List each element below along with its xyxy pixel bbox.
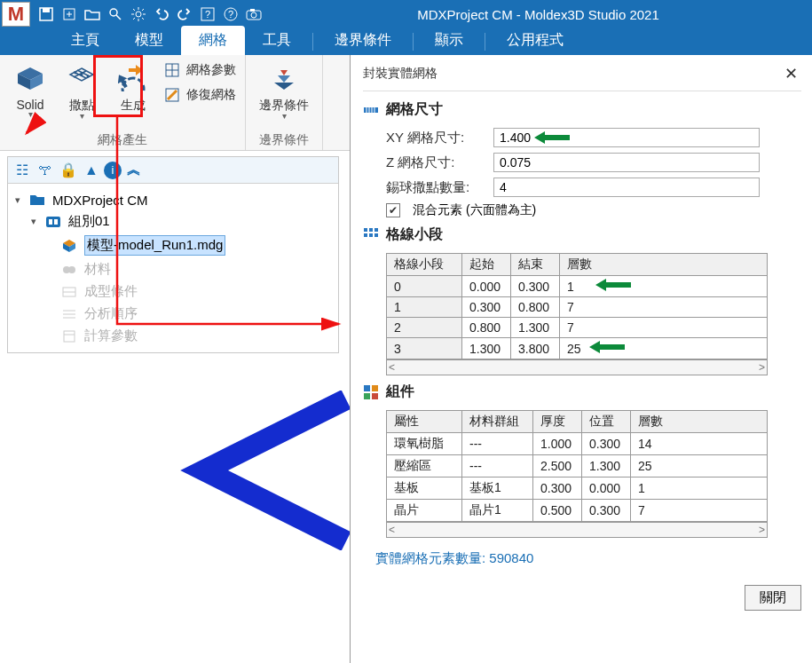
svg-text:?: ? xyxy=(205,9,210,20)
app-logo: M xyxy=(2,2,30,27)
svg-rect-41 xyxy=(54,219,58,225)
svg-rect-63 xyxy=(364,233,367,237)
tree-collapse-icon[interactable]: ︽ xyxy=(123,160,145,181)
tree-node-material[interactable]: 材料 xyxy=(15,258,335,280)
svg-marker-36 xyxy=(274,83,294,90)
svg-line-12 xyxy=(133,9,135,11)
svg-line-6 xyxy=(116,15,121,20)
boundary-button[interactable]: 邊界條件 ▾ xyxy=(253,59,315,119)
svg-rect-68 xyxy=(364,385,370,391)
ribbon-group-boundary: 邊界條件 ▾ 邊界條件 xyxy=(246,55,323,150)
tab-tools[interactable]: 工具 xyxy=(245,26,309,55)
seed-icon xyxy=(66,62,98,94)
tree-node-group[interactable]: ▾ 組別01 xyxy=(15,210,335,233)
tree-filter-icon[interactable]: 🝖 xyxy=(35,160,56,181)
group-icon xyxy=(45,214,61,230)
undo-icon[interactable] xyxy=(151,4,172,25)
close-button[interactable]: 關閉 xyxy=(745,585,801,611)
svg-line-13 xyxy=(142,18,144,20)
tab-display[interactable]: 顯示 xyxy=(417,26,481,55)
components-table[interactable]: 屬性 材料群組 厚度 位置 層數 環氧樹脂---1.0000.30014 壓縮區… xyxy=(386,410,768,522)
folder-icon xyxy=(29,192,45,208)
solid-button[interactable]: Solid ▾ xyxy=(7,59,53,117)
help-icon[interactable]: ? xyxy=(197,4,218,25)
svg-rect-64 xyxy=(369,233,373,237)
close-icon[interactable]: ✕ xyxy=(781,64,801,83)
generate-button[interactable]: 生成 xyxy=(110,59,156,114)
open-icon[interactable] xyxy=(82,4,103,25)
seed-count-input[interactable] xyxy=(493,178,760,197)
project-tree-panel: ☷ 🝖 🔒 ▲ i ︽ ▾ MDXProject CM ▾ 組別01 模型-mo… xyxy=(7,156,339,353)
ruler-icon xyxy=(363,102,379,118)
redo-icon[interactable] xyxy=(174,4,195,25)
title-bar: M ? ? MDXProject CM - Moldex3D Studio 20… xyxy=(0,0,812,28)
tab-mesh[interactable]: 網格 xyxy=(181,26,245,55)
mesh-params-button[interactable]: 網格參數 xyxy=(162,59,238,82)
settings-icon[interactable] xyxy=(128,4,149,25)
section-mesh-size: 網格尺寸 xyxy=(363,100,801,119)
segments-scrollbar[interactable]: <> xyxy=(386,359,768,375)
svg-rect-1 xyxy=(43,8,50,12)
tree-view-icon[interactable]: ☷ xyxy=(12,160,33,181)
table-row: 31.3003.80025 xyxy=(387,338,768,359)
xy-size-label: XY 網格尺寸: xyxy=(386,130,488,146)
info-icon[interactable]: ? xyxy=(220,4,241,25)
model-icon xyxy=(61,238,77,254)
svg-marker-67 xyxy=(589,341,625,353)
components-scrollbar[interactable]: <> xyxy=(386,522,768,538)
table-row: 00.0000.3001 xyxy=(387,276,768,297)
camera-icon[interactable] xyxy=(243,4,264,25)
svg-rect-54 xyxy=(364,107,378,113)
z-size-label: Z 網格尺寸: xyxy=(386,154,488,171)
search-icon[interactable] xyxy=(105,4,126,25)
save-icon[interactable] xyxy=(35,4,57,25)
tree-toolbar: ☷ 🝖 🔒 ▲ i ︽ xyxy=(8,157,338,184)
tab-boundary[interactable]: 邊界條件 xyxy=(317,26,409,55)
ribbon-group-label-generate: 網格產生 xyxy=(7,130,238,150)
segments-table[interactable]: 格線小段 起始 結束 層數 00.0000.3001 10.3000.8007 … xyxy=(386,253,768,359)
table-row: 10.3000.8007 xyxy=(387,297,768,318)
mixed-element-checkbox[interactable]: ✔ xyxy=(386,203,400,217)
panel-title: 封裝實體網格 xyxy=(363,66,438,82)
xy-size-input[interactable] xyxy=(493,128,760,147)
ribbon-tabs: 主頁 模型 網格 工具 邊界條件 顯示 公用程式 xyxy=(0,28,812,55)
svg-marker-37 xyxy=(278,75,290,83)
svg-line-15 xyxy=(142,9,144,11)
element-count-summary: 實體網格元素數量: 590840 xyxy=(375,550,801,567)
table-row: 環氧樹脂---1.0000.30014 xyxy=(387,433,768,455)
table-row: 晶片晶片10.5000.3007 xyxy=(387,500,768,522)
section-segments: 格線小段 xyxy=(363,225,801,244)
tree-node-molding[interactable]: 成型條件 xyxy=(15,280,335,303)
tree-lock-icon[interactable]: 🔒 xyxy=(58,160,79,181)
viewport-marker-icon xyxy=(177,391,355,550)
solid-icon xyxy=(14,62,46,94)
ribbon-group-label-boundary: 邊界條件 xyxy=(253,130,315,150)
project-tree: ▾ MDXProject CM ▾ 組別01 模型-model_Run1.mdg… xyxy=(8,184,338,352)
tab-utils[interactable]: 公用程式 xyxy=(489,26,581,55)
annotation-arrow-icon xyxy=(534,131,570,144)
svg-rect-40 xyxy=(49,219,52,225)
tree-node-model[interactable]: 模型-model_Run1.mdg xyxy=(15,233,335,258)
repair-mesh-button[interactable]: 修復網格 xyxy=(162,83,238,107)
svg-rect-39 xyxy=(46,217,60,227)
mixed-element-label: 混合元素 (六面體為主) xyxy=(413,202,536,218)
tree-node-calc[interactable]: 計算參數 xyxy=(15,325,335,347)
boundary-icon xyxy=(268,62,300,94)
seed-button[interactable]: 撒點 ▾ xyxy=(59,59,105,119)
svg-line-14 xyxy=(133,18,135,20)
tree-info-icon[interactable]: i xyxy=(104,162,122,179)
tree-node-project[interactable]: ▾ MDXProject CM xyxy=(15,189,335,210)
tab-home[interactable]: 主頁 xyxy=(53,26,117,55)
molding-icon xyxy=(61,284,77,300)
tree-node-analysis[interactable]: 分析順序 xyxy=(15,303,335,325)
calc-icon xyxy=(61,328,77,344)
tab-model[interactable]: 模型 xyxy=(117,26,181,55)
tree-chart-icon[interactable]: ▲ xyxy=(81,160,102,181)
new-icon[interactable] xyxy=(59,4,80,25)
svg-marker-66 xyxy=(595,279,631,291)
z-size-input[interactable] xyxy=(493,153,760,172)
generate-label: 生成 xyxy=(121,98,146,114)
generate-icon xyxy=(117,62,149,94)
svg-marker-38 xyxy=(280,70,288,75)
repair-mesh-icon xyxy=(163,86,181,104)
